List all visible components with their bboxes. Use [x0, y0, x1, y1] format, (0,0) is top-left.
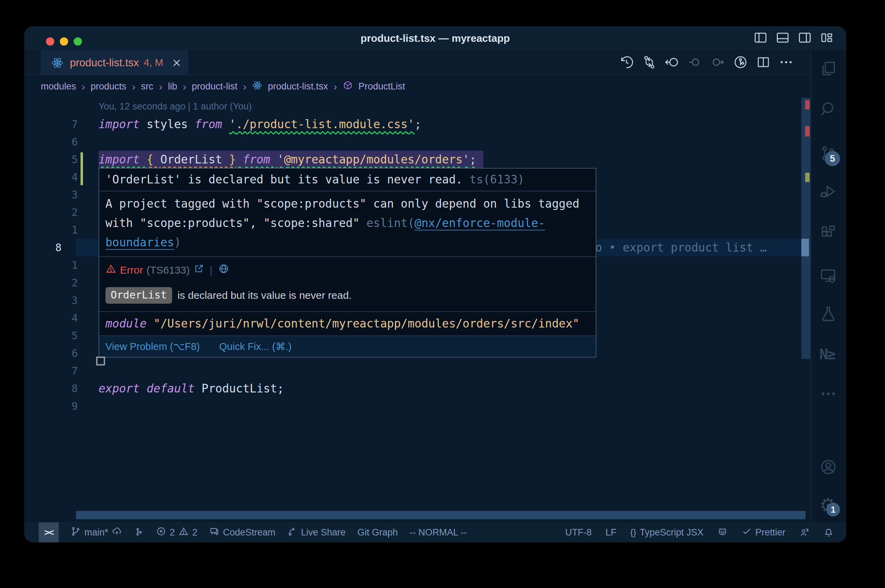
- nx-console-icon[interactable]: N≥: [819, 345, 837, 363]
- tab-label: product-list.tsx: [70, 57, 139, 69]
- customize-layout-icon[interactable]: [819, 30, 834, 46]
- tooltip-error-detail: Error (TS6133) | OrderList is declared b…: [99, 256, 596, 311]
- notifications-bell-icon[interactable]: [823, 527, 834, 537]
- vertical-scrollbar-thumb[interactable]: [801, 98, 810, 359]
- line-number[interactable]: 6: [45, 133, 78, 151]
- remote-explorer-icon[interactable]: [819, 267, 837, 285]
- search-icon[interactable]: [819, 100, 837, 118]
- quick-fix-button[interactable]: Quick Fix... (⌘.): [219, 340, 291, 352]
- toggle-secondary-sidebar-icon[interactable]: [797, 30, 812, 46]
- react-file-icon: [252, 80, 262, 93]
- tab-product-list[interactable]: product-list.tsx 4, M: [41, 50, 188, 75]
- code-line-5[interactable]: import { OrderList } from '@myreactapp/m…: [99, 151, 483, 168]
- toggle-sidebar-icon[interactable]: [753, 30, 768, 46]
- diagnostic-code: ts(6133): [469, 173, 524, 186]
- vim-mode-indicator: -- NORMAL --: [410, 527, 467, 538]
- tab-problems-badge: 4, M: [144, 57, 163, 68]
- breadcrumb-item[interactable]: product-list: [192, 81, 237, 92]
- line-number[interactable]: 3: [45, 186, 78, 204]
- formatter-status[interactable]: Prettier: [742, 526, 786, 539]
- error-message: is declared but its value is never read.: [178, 290, 352, 301]
- remote-indicator[interactable]: ><: [39, 522, 59, 542]
- line-number[interactable]: 4: [45, 168, 78, 186]
- encoding-status[interactable]: UTF-8: [565, 527, 592, 538]
- problems-status[interactable]: 2 2: [156, 526, 197, 539]
- next-change-icon[interactable]: [710, 55, 725, 71]
- git-branch-icon: [71, 526, 81, 539]
- chevron-right-icon: ›: [159, 81, 162, 93]
- line-number[interactable]: 5: [45, 151, 78, 168]
- gitlens-blame-header: You, 12 seconds ago | 1 author (You): [99, 98, 252, 116]
- account-icon[interactable]: [819, 458, 837, 476]
- line-number[interactable]: 7: [45, 362, 78, 380]
- compare-changes-icon[interactable]: [642, 55, 657, 71]
- line-number-gutter: 7 6 5 4 3 2 1 8 1 2 3 4 5 6 7 8 9: [45, 116, 78, 415]
- editor-actions: [619, 50, 794, 75]
- horizontal-scrollbar-thumb[interactable]: [76, 511, 805, 519]
- run-debug-icon[interactable]: [819, 182, 837, 200]
- settings-badge: 1: [826, 502, 840, 516]
- code-line-7[interactable]: import styles from './product-list.modul…: [99, 116, 421, 133]
- git-added-gutter-bar: [81, 152, 83, 185]
- breadcrumb-item[interactable]: src: [141, 81, 153, 92]
- git-branch-status[interactable]: main*: [71, 526, 122, 539]
- line-number[interactable]: 2: [45, 204, 78, 221]
- diagnostic-hover-tooltip: 'OrderList' is declared but its value is…: [99, 168, 597, 358]
- line-number[interactable]: 5: [45, 327, 78, 345]
- open-external-icon[interactable]: [193, 263, 204, 277]
- live-share-status[interactable]: Live Share: [287, 526, 346, 539]
- git-graph-status[interactable]: Git Graph: [358, 527, 398, 538]
- chevron-right-icon: ›: [334, 81, 337, 93]
- line-number[interactable]: 6: [45, 345, 78, 362]
- commit-graph-icon[interactable]: [733, 55, 748, 71]
- more-actions-icon[interactable]: [778, 55, 794, 71]
- breadcrumb-file[interactable]: product-list.tsx: [268, 81, 328, 92]
- tab-bar: product-list.tsx 4, M: [24, 50, 846, 75]
- breadcrumb-item[interactable]: lib: [168, 81, 177, 92]
- line-number[interactable]: 1: [45, 256, 78, 274]
- line-number[interactable]: 9: [45, 397, 78, 415]
- overview-ruler-warning-mark: [805, 173, 810, 182]
- line-number[interactable]: 8: [45, 380, 78, 397]
- eol-status[interactable]: LF: [606, 527, 617, 538]
- breadcrumb-item[interactable]: modules: [41, 81, 76, 92]
- current-line-number[interactable]: 8: [45, 239, 78, 256]
- line-number[interactable]: 1: [45, 221, 78, 239]
- more-views-icon[interactable]: [819, 385, 837, 403]
- testing-beaker-icon[interactable]: [819, 305, 837, 322]
- breadcrumb-symbol[interactable]: ProductList: [359, 81, 405, 92]
- tooltip-module-path: module "/Users/juri/nrwl/content/myreact…: [99, 311, 596, 336]
- language-mode-status[interactable]: {} TypeScript JSX: [630, 527, 703, 538]
- tooltip-resize-handle[interactable]: [96, 357, 105, 366]
- previous-change-icon[interactable]: [687, 55, 702, 71]
- line-number[interactable]: 4: [45, 309, 78, 327]
- extensions-icon[interactable]: [819, 224, 837, 242]
- open-changes-icon[interactable]: [664, 55, 680, 71]
- view-problem-button[interactable]: View Problem (⌥F8): [105, 340, 200, 352]
- code-line-export[interactable]: export default ProductList;: [99, 380, 284, 397]
- line-number[interactable]: 2: [45, 274, 78, 292]
- github-octoface-icon[interactable]: [717, 527, 728, 537]
- feedback-icon[interactable]: [799, 527, 810, 537]
- toggle-panel-icon[interactable]: [775, 30, 790, 46]
- react-file-icon: [51, 57, 64, 69]
- git-versions-icon[interactable]: [134, 527, 144, 537]
- timeline-icon[interactable]: [619, 55, 634, 71]
- chevron-right-icon: ›: [132, 81, 135, 93]
- cloud-upload-icon[interactable]: [112, 526, 122, 539]
- overview-ruler-error-mark: [805, 100, 810, 110]
- breadcrumb-item[interactable]: products: [90, 81, 126, 92]
- codestream-status[interactable]: CodeStream: [209, 526, 275, 539]
- chevron-right-icon: ›: [81, 81, 85, 93]
- line-number[interactable]: 7: [45, 116, 78, 133]
- split-editor-icon[interactable]: [756, 55, 771, 71]
- overview-ruler-error-mark: [805, 126, 810, 136]
- globe-icon[interactable]: [218, 263, 229, 277]
- error-severity-label: Error: [120, 264, 143, 276]
- tooltip-actions: View Problem (⌥F8) Quick Fix... (⌘.): [99, 336, 596, 357]
- explorer-icon[interactable]: [819, 60, 837, 78]
- error-code: (TS6133): [147, 264, 190, 276]
- close-tab-icon[interactable]: [171, 58, 182, 68]
- line-number[interactable]: 3: [45, 292, 78, 309]
- tooltip-ts-diagnostic: 'OrderList' is declared but its value is…: [99, 169, 596, 191]
